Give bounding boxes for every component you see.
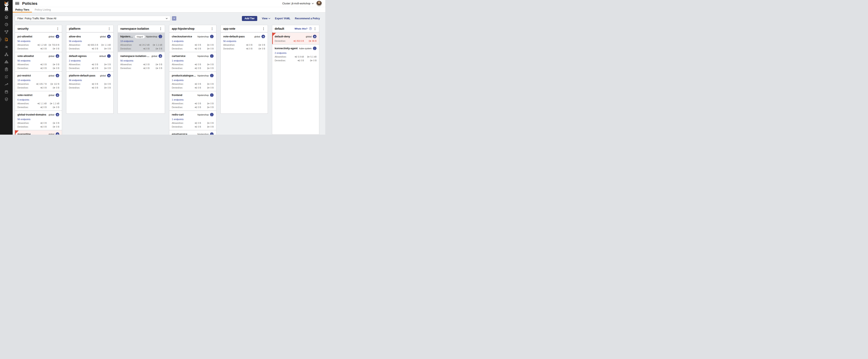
policy-card[interactable]: quarantineglobal0 endpoints — [15, 130, 62, 135]
threat-defense-icon[interactable] — [0, 95, 13, 103]
policy-card[interactable]: default-denyglobalDenied/sec353.5 B96 B — [272, 32, 319, 44]
kebab-menu-icon[interactable]: ⋮ — [108, 27, 111, 30]
endpoints-link[interactable]: 56 endpoints — [18, 118, 31, 120]
kebab-menu-icon[interactable]: ⋮ — [159, 27, 162, 30]
egress-icon — [258, 44, 261, 46]
endpoints-link[interactable]: 56 endpoints — [18, 40, 31, 43]
main-content: Filter: Policy Traffic filter: Show All … — [13, 12, 325, 135]
endpoints-link[interactable]: 2 endpoints — [275, 52, 286, 54]
tier-header: defaultWhats this??⋮ — [272, 25, 319, 32]
policy-card[interactable]: default-egressdefaultns2 endpointsAllowe… — [66, 52, 113, 71]
policy-card[interactable]: global-trusted-domainsglobal56 endpoints… — [15, 110, 62, 130]
egress-icon — [207, 103, 210, 105]
policies-icon[interactable] — [0, 36, 13, 43]
policy-card[interactable]: checkoutservicehipstershopns1 endpointsA… — [169, 32, 216, 52]
policy-card[interactable]: pci-restrictglobal13 endpointsAllowed/se… — [15, 71, 62, 91]
ingress-value: 0 B — [139, 47, 150, 50]
policy-card[interactable]: redis-carthipstershopns1 endpointsAllowe… — [169, 110, 216, 130]
namespace-icon: ns — [313, 47, 317, 50]
policy-card[interactable]: vote-allowlistglobal56 endpointsAllowed/… — [15, 52, 62, 71]
endpoints-link[interactable]: 1 endpoints — [172, 79, 184, 81]
activity-chart-icon[interactable] — [0, 73, 13, 81]
endpoints-link[interactable]: 13 endpoints — [18, 79, 31, 81]
endpoints-link[interactable]: 6 endpoints — [18, 99, 29, 101]
policy-card[interactable]: platform-default-passglobal56 endpointsA… — [66, 71, 113, 91]
cluster-selector[interactable]: Cluster: jlt-msft-workshop — [282, 2, 314, 5]
policy-name: cartservice — [172, 55, 196, 58]
network-topology-icon[interactable] — [0, 51, 13, 58]
whats-this-link[interactable]: Whats this? — [294, 27, 307, 30]
ingress-value: 0 B — [36, 106, 47, 108]
endpoints-link[interactable]: 56 endpoints — [120, 59, 133, 62]
ingress-value: 0 B — [87, 83, 98, 85]
compliance-reports-icon[interactable] — [0, 66, 13, 73]
metric-label: Allowed/sec — [172, 102, 188, 105]
egress-icon — [258, 48, 261, 50]
endpoints-link[interactable]: 56 endpoints — [69, 40, 82, 43]
user-avatar[interactable] — [316, 1, 322, 6]
home-icon[interactable] — [0, 13, 13, 21]
endpoints-link[interactable]: 2 endpoints — [69, 59, 81, 62]
endpoints-link[interactable]: 13 endpoints — [120, 40, 133, 43]
policy-card[interactable]: productcatalogservicehipstershopns1 endp… — [169, 71, 216, 91]
metric-row-denied: Denied/sec0 B0 B — [275, 59, 317, 62]
kebab-menu-icon[interactable]: ⋮ — [56, 27, 59, 30]
clusters-icon[interactable] — [0, 58, 13, 66]
policy-card[interactable]: cartservicehipstershopns1 endpointsAllow… — [169, 52, 216, 71]
hamburger-menu-icon[interactable] — [15, 2, 19, 5]
tab-policy-listing[interactable]: Policy Listing — [32, 7, 54, 12]
policy-card[interactable]: hipstershop-gh…Stagedhipstershopns13 end… — [118, 32, 165, 52]
endpoints-link[interactable]: 56 endpoints — [223, 40, 236, 43]
egress-icon — [53, 126, 55, 128]
policy-card[interactable]: namespace-isolation-default-p…global56 e… — [118, 52, 165, 71]
endpoints-link[interactable]: 56 endpoints — [18, 59, 31, 62]
metric-row-denied: Denied/sec0 B0 B — [120, 67, 162, 70]
policy-card[interactable]: vote-default-passglobal56 endpointsAllow… — [221, 32, 268, 52]
recommend-policy-button[interactable]: Recommend a Policy — [295, 17, 320, 20]
endpoints-link[interactable]: 56 endpoints — [69, 79, 82, 81]
namespace-icon: ns — [210, 113, 214, 116]
ingress-value: 0 B — [87, 47, 98, 50]
tier-name: default — [275, 27, 284, 30]
endpoints-link[interactable]: 1 endpoints — [172, 40, 184, 43]
packages-icon[interactable] — [0, 88, 13, 95]
add-tier-button[interactable]: Add Tier — [242, 16, 257, 21]
scope-label: kube-system — [299, 47, 312, 50]
metric-label: Denied/sec — [172, 86, 188, 89]
policy-card[interactable]: pci-allowlistglobal56 endpointsAllowed/s… — [15, 32, 62, 52]
policy-card[interactable]: konnectivity-agentkube-systemns2 endpoin… — [272, 44, 319, 63]
scope-label: hipstershop — [197, 94, 209, 96]
kebab-menu-icon[interactable]: ⋮ — [211, 27, 214, 30]
kebab-menu-icon[interactable]: ⋮ — [313, 27, 317, 30]
egress-value: 0 B — [203, 63, 214, 66]
policy-card[interactable]: allow-dnsglobal56 endpointsAllowed/sec66… — [66, 32, 113, 52]
endpoints-link[interactable]: 1 endpoints — [172, 59, 184, 62]
egress-value: 0 B — [306, 59, 317, 62]
ingress-icon — [92, 63, 94, 66]
metric-row-denied: Denied/sec0 B0 B — [172, 47, 214, 50]
policy-card[interactable]: emailservicehipstershopns1 endpointsAllo… — [169, 130, 216, 135]
svg-text:ns: ns — [160, 37, 161, 38]
globe-icon — [313, 35, 317, 38]
tier-column-app-vote: app-vote⋮vote-default-passglobal56 endpo… — [220, 25, 268, 114]
metric-label: Denied/sec — [18, 86, 34, 89]
staged-badge: Staged — [135, 35, 145, 38]
service-graph-icon[interactable] — [0, 28, 13, 36]
endpoints-link[interactable]: 1 endpoints — [172, 99, 184, 101]
policy-card[interactable]: frontendhipstershopns1 endpointsAllowed/… — [169, 91, 216, 110]
view-dropdown-button[interactable]: View — [262, 17, 270, 20]
namespace-icon: ns — [158, 35, 162, 38]
dashboard-icon[interactable] — [0, 21, 13, 28]
endpoints-icon[interactable] — [0, 43, 13, 51]
policy-card[interactable]: vote-restrictglobal6 endpointsAllowed/se… — [15, 91, 62, 110]
trends-icon[interactable] — [0, 81, 13, 88]
kebab-menu-icon[interactable]: ⋮ — [262, 27, 265, 30]
policy-filter-select[interactable]: Filter: Policy Traffic filter: Show All — [15, 16, 170, 21]
clear-filter-button[interactable]: ✕ — [172, 16, 176, 21]
export-yaml-button[interactable]: Export YAML — [275, 17, 290, 20]
endpoints-link[interactable]: 1 endpoints — [172, 118, 184, 120]
metric-label: Denied/sec — [172, 47, 188, 50]
ingress-icon — [143, 63, 146, 66]
tab-policy-tiers[interactable]: Policy Tiers — [13, 7, 32, 12]
ingress-value: 0 B — [190, 86, 201, 89]
